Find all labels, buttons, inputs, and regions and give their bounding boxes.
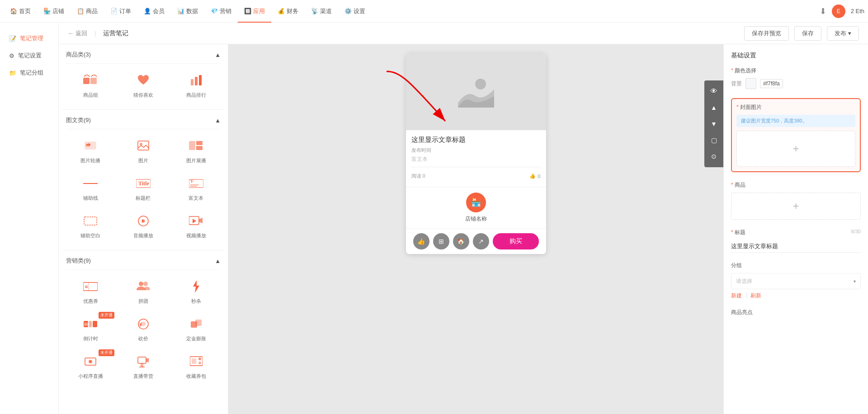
sidebar-item-note-settings[interactable]: ⚙ 笔记设置 (0, 47, 58, 64)
comp-voucher[interactable]: 收藏券包 (171, 349, 221, 383)
group-refresh-link[interactable]: 刷新 (750, 292, 761, 300)
add-product-btn[interactable]: + (731, 193, 861, 220)
imagetext-collapse-icon: ▲ (215, 117, 221, 124)
left-sidebar: 📝 笔记管理 ⚙ 笔记设置 📁 笔记分组 (0, 23, 59, 414)
comp-image-display[interactable]: 图片展播 (171, 134, 221, 168)
nav-item-home[interactable]: 🏠 首页 (4, 0, 37, 23)
nav-item-data[interactable]: 📊 数据 (171, 0, 204, 23)
svg-rect-30 (89, 321, 92, 327)
comp-goods-ranking[interactable]: 商品排行 (171, 68, 221, 102)
category-imagetext-header[interactable]: 图文类(9) ▲ (66, 112, 221, 129)
publish-button[interactable]: 发布 ▾ (827, 26, 859, 41)
svg-rect-39 (138, 357, 146, 363)
comp-rich-text[interactable]: T- 富文本 (171, 171, 221, 205)
visibility-ctrl[interactable]: 👁 (707, 84, 721, 99)
comp-blank[interactable]: 辅助空白 (66, 209, 115, 243)
comp-image[interactable]: 图片 (119, 134, 168, 168)
title-section: * 标题 8/30 (731, 229, 861, 253)
comp-countdown[interactable]: 未开通 00 倒计时 (66, 312, 115, 346)
line-icon (80, 175, 100, 192)
svg-rect-22 (83, 282, 98, 291)
rich-text: 富文本 (411, 155, 541, 167)
nav-item-member[interactable]: 👤 会员 (137, 0, 171, 23)
svg-text:00: 00 (84, 323, 89, 327)
sidebar-item-note-management[interactable]: 📝 笔记管理 (0, 30, 58, 47)
share-action-btn[interactable]: ↗ (473, 233, 489, 249)
shop-group-icon (80, 72, 100, 89)
nav-item-channel[interactable]: 📡 渠道 (305, 0, 338, 23)
settings-title: 基础设置 (731, 52, 861, 60)
comp-broadcast[interactable]: 直播带货 (119, 349, 168, 383)
comp-title-bar[interactable]: Title 标题栏 (119, 171, 168, 205)
svg-rect-40 (141, 363, 143, 367)
note-settings-icon: ⚙ (9, 52, 14, 59)
home-action-btn[interactable]: 🏠 (453, 233, 469, 249)
nav-item-settings[interactable]: ⚙️ 设置 (338, 0, 372, 23)
down-ctrl[interactable]: ▼ (707, 117, 721, 131)
comp-group-buy[interactable]: 拼团 (119, 274, 168, 308)
comp-guess-like[interactable]: 猜你喜欢 (119, 68, 168, 102)
up-ctrl[interactable]: ▲ (707, 100, 721, 115)
nav-item-store[interactable]: 🏪 店铺 (37, 0, 71, 23)
svg-rect-1 (90, 78, 97, 84)
title-input[interactable] (731, 240, 861, 253)
comp-shop-group[interactable]: 商品组 (66, 68, 115, 102)
store-name: 店铺名称 (465, 215, 487, 223)
comp-bargain[interactable]: ¥ 砍价 (119, 312, 168, 346)
float-controls: 👁 ▲ ▼ ▢ ⊙ (704, 80, 723, 167)
product-label: * 商品 (731, 181, 861, 189)
svg-rect-2 (191, 79, 193, 85)
app-icon: 🔲 (244, 8, 251, 14)
goods-icon: 📋 (77, 8, 84, 14)
color-row: 背景 #f7f8fa (731, 78, 861, 89)
deposit-icon (186, 315, 206, 333)
group-buy-icon (133, 278, 153, 295)
comp-carousel[interactable]: 图片轮播 (66, 134, 115, 168)
sidebar-item-note-group[interactable]: 📁 笔记分组 (0, 64, 58, 81)
comp-coupon[interactable]: 优惠券 (66, 274, 115, 308)
nav-item-marketing[interactable]: 💎 营销 (204, 0, 238, 23)
download-icon[interactable]: ⬇ (820, 6, 826, 16)
back-button[interactable]: ← 返回 (68, 29, 87, 38)
bg-label: 背景 (731, 80, 742, 88)
copy-ctrl[interactable]: ▢ (707, 133, 721, 147)
nav-item-app[interactable]: 🔲 应用 (238, 0, 271, 23)
category-image-text: 图文类(9) ▲ 图片轮播 (59, 110, 228, 250)
comp-divider[interactable]: 辅助线 (66, 171, 115, 205)
group-new-link[interactable]: 新建 (731, 292, 742, 300)
article-footer: 阅读 0 👍 0 (411, 171, 541, 181)
comp-deposit[interactable]: 定金膨胀 (171, 312, 221, 346)
group-select[interactable]: 请选择 ▾ (731, 273, 861, 289)
like-action-btn[interactable]: 👍 (413, 233, 429, 249)
group-select-placeholder: 请选择 (736, 278, 752, 285)
comp-video[interactable]: 视频播放 (171, 209, 221, 243)
svg-rect-0 (83, 78, 90, 84)
comp-audio[interactable]: 音频播放 (119, 209, 168, 243)
heart-icon (133, 72, 153, 89)
category-goods: 商品类(3) ▲ 商品组 (59, 44, 228, 109)
marketing-grid: 优惠券 拼团 秒杀 (66, 270, 221, 388)
goods-grid: 商品组 猜你喜欢 商品排行 (66, 64, 221, 107)
back-arrow-icon: ← (68, 30, 74, 37)
category-goods-header[interactable]: 商品类(3) ▲ (66, 46, 221, 64)
svg-rect-9 (189, 141, 195, 150)
nav-item-goods[interactable]: 📋 商品 (71, 0, 104, 23)
nav-item-finance[interactable]: 💰 财务 (271, 0, 305, 23)
save-button[interactable]: 保存 (794, 26, 821, 41)
color-swatch[interactable] (745, 78, 756, 89)
home-icon: 🏠 (10, 8, 17, 14)
buy-button[interactable]: 购买 (493, 233, 539, 249)
page-title: 运营笔记 (103, 29, 128, 38)
grid-action-btn[interactable]: ⊞ (433, 233, 449, 249)
sub-header-divider: | (94, 30, 96, 37)
upload-area[interactable]: + (736, 131, 855, 167)
comp-mini-live[interactable]: 未开通 小程序直播 (66, 349, 115, 383)
like-count: 👍 0 (529, 173, 540, 179)
nav-item-order[interactable]: 📄 订单 (104, 0, 137, 23)
target-ctrl[interactable]: ⊙ (707, 149, 721, 164)
comp-flash-sale[interactable]: 秒杀 (171, 274, 221, 308)
component-panel: 商品类(3) ▲ 商品组 (59, 44, 228, 414)
broadcast-icon (133, 353, 153, 370)
save-preview-button[interactable]: 保存并预览 (744, 26, 789, 41)
category-marketing-header[interactable]: 营销类(9) ▲ (66, 252, 221, 270)
